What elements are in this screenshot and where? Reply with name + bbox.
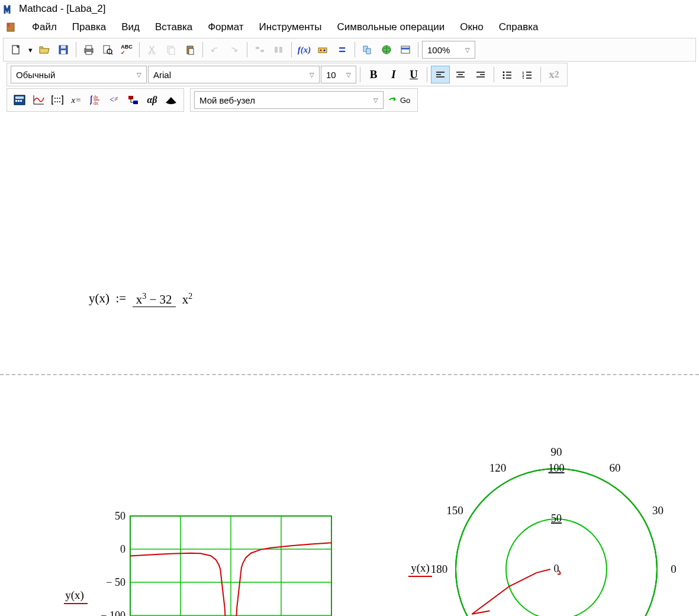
spellcheck-button[interactable]: ABC✓ — [118, 41, 136, 59]
evaluation-palette-button[interactable]: x= — [67, 91, 85, 109]
component-button[interactable] — [359, 41, 376, 59]
superscript-button: x2 — [545, 66, 563, 83]
xy-chart-region[interactable]: − 10− 50510− 200− 150− 100− 50050xy(x) — [59, 510, 343, 616]
svg-rect-6 — [86, 46, 92, 49]
preview-button[interactable] — [99, 41, 117, 59]
bullets-button[interactable] — [498, 66, 517, 83]
matrix-palette-button[interactable] — [49, 91, 66, 109]
menu-insert[interactable]: Вставка — [148, 19, 199, 36]
greek-palette-button[interactable]: αβ — [143, 91, 161, 109]
svg-point-43 — [503, 75, 505, 76]
align-region-button — [251, 41, 269, 59]
svg-text:180: 180 — [431, 563, 448, 575]
new-button[interactable] — [7, 41, 25, 59]
align-center-button[interactable] — [451, 66, 470, 83]
svg-point-41 — [503, 72, 505, 73]
svg-point-65 — [59, 101, 60, 102]
menu-window[interactable]: Окно — [453, 19, 491, 36]
new-dropdown[interactable]: ▾ — [26, 41, 34, 59]
units-button[interactable] — [314, 41, 332, 59]
svg-rect-72 — [133, 101, 138, 104]
workspace[interactable]: y(x) := x3 − 32 x2 − 10− 50510− 200− 150… — [0, 114, 699, 616]
toolbar-math-resources: x= dydx <≠ αβ Мой веб-узел ▽ Go — [3, 88, 696, 112]
chevron-down-icon: ▽ — [373, 97, 378, 104]
formula-lhs: y(x) — [89, 291, 109, 305]
svg-text:120: 120 — [489, 462, 507, 474]
print-button[interactable] — [80, 41, 98, 59]
open-button[interactable] — [36, 41, 53, 59]
svg-rect-71 — [128, 96, 133, 99]
graph-palette-button[interactable] — [30, 91, 47, 109]
svg-point-63 — [54, 101, 56, 102]
resource-button[interactable] — [378, 41, 395, 59]
formula-region[interactable]: y(x) := x3 − 32 x2 — [89, 291, 196, 307]
menu-symbolics[interactable]: Символьные операции — [330, 19, 452, 36]
titlebar-text: Mathcad - [Laba_2] — [19, 3, 105, 15]
svg-text:50: 50 — [551, 512, 562, 524]
align-left-button[interactable] — [431, 66, 450, 83]
font-dropdown[interactable]: Arial ▽ — [148, 66, 320, 83]
programming-palette-button[interactable] — [124, 91, 142, 109]
calculate-button[interactable]: = — [333, 41, 351, 59]
menu-help[interactable]: Справка — [492, 19, 546, 36]
websel-value: Мой веб-узел — [199, 95, 255, 105]
polar-chart-region[interactable]: 0306090120150180210240270300330050100y(x… — [385, 427, 692, 616]
menu-file[interactable]: Файл — [25, 19, 64, 36]
help-button[interactable] — [397, 41, 414, 59]
svg-rect-21 — [279, 47, 282, 53]
svg-text:≠: ≠ — [114, 95, 118, 103]
formula-assign: := — [116, 291, 127, 305]
titlebar: Mathcad - [Laba_2] — [0, 0, 699, 18]
paste-button[interactable] — [181, 41, 199, 59]
menu-tools[interactable]: Инструменты — [252, 19, 329, 36]
svg-rect-14 — [169, 48, 175, 54]
page-break — [0, 374, 699, 375]
svg-text:90: 90 — [551, 446, 562, 458]
menu-format[interactable]: Формат — [201, 19, 250, 36]
numbered-button[interactable]: 123 — [518, 66, 537, 83]
copy-button — [162, 41, 180, 59]
websel-dropdown[interactable]: Мой веб-узел ▽ — [194, 91, 384, 109]
italic-button[interactable]: I — [384, 66, 403, 83]
svg-rect-16 — [188, 46, 192, 47]
toolbar-formatting: Обычный ▽ Arial ▽ 10 ▽ B I U 123 x2 — [3, 63, 696, 86]
chevron-down-icon: ▽ — [346, 72, 351, 78]
undo-button — [207, 41, 224, 59]
svg-rect-30 — [401, 46, 410, 53]
svg-line-10 — [111, 53, 112, 54]
separate-button — [270, 41, 288, 59]
calculus-palette-button[interactable]: dydx — [86, 91, 104, 109]
style-dropdown[interactable]: Обычный ▽ — [11, 66, 147, 83]
svg-rect-22 — [318, 48, 327, 53]
svg-text:dx: dx — [94, 101, 98, 106]
save-button[interactable] — [54, 41, 72, 59]
svg-rect-56 — [18, 100, 20, 102]
function-button[interactable]: f(x) — [295, 41, 313, 59]
align-right-button[interactable] — [471, 66, 490, 83]
svg-point-60 — [54, 98, 56, 99]
boolean-palette-button[interactable]: <≠ — [105, 91, 123, 109]
svg-rect-7 — [86, 51, 92, 54]
fontsize-dropdown[interactable]: 10 ▽ — [321, 66, 356, 83]
bold-button[interactable]: B — [364, 66, 383, 83]
toolbar-standard: ▾ ABC✓ f(x) = 100% ▽ — [3, 38, 696, 62]
svg-rect-20 — [275, 47, 278, 53]
svg-rect-17 — [189, 49, 194, 54]
svg-rect-57 — [20, 100, 22, 102]
calculator-palette-button[interactable] — [11, 91, 28, 109]
symbolic-palette-button[interactable] — [162, 91, 180, 109]
menu-edit[interactable]: Правка — [65, 19, 113, 36]
go-button[interactable]: Go — [385, 91, 414, 109]
svg-rect-4 — [61, 50, 66, 54]
svg-text:dy: dy — [94, 95, 98, 100]
underline-button[interactable]: U — [404, 66, 423, 83]
resources-toolbar: Мой веб-узел ▽ Go — [190, 88, 418, 112]
svg-point-45 — [503, 78, 505, 79]
zoom-dropdown[interactable]: 100% ▽ — [422, 41, 475, 59]
cut-button — [143, 41, 161, 59]
menu-view[interactable]: Вид — [114, 19, 147, 36]
chevron-down-icon: ▽ — [465, 47, 470, 53]
svg-rect-3 — [61, 46, 66, 49]
svg-rect-18 — [256, 47, 259, 49]
redo-button — [226, 41, 243, 59]
